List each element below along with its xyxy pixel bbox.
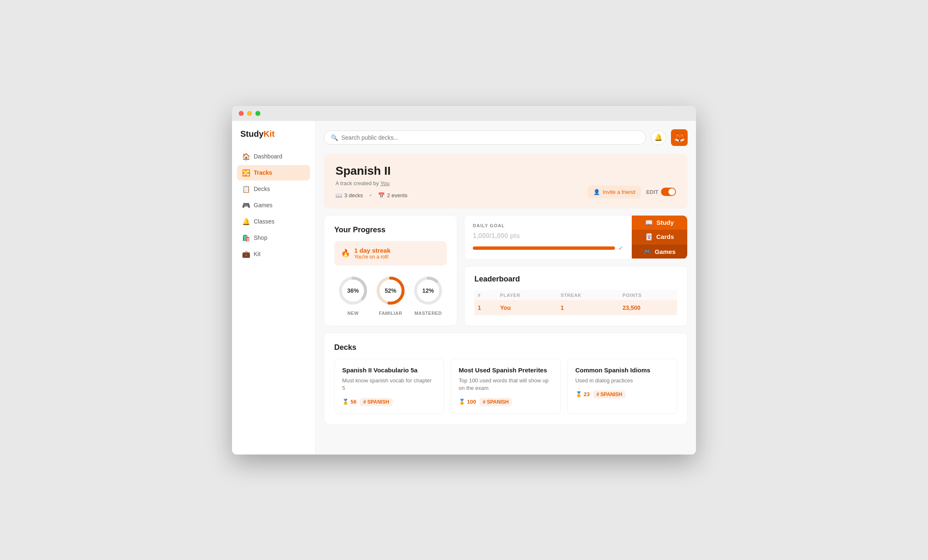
avatar[interactable]: 🦊 xyxy=(671,129,688,146)
circle-familiar-label: FAMILIAR xyxy=(379,311,402,316)
deck-card-2[interactable]: Most Used Spanish Preterites Top 100 use… xyxy=(451,359,560,414)
logo-kit: Kit xyxy=(264,129,275,138)
classes-icon: 🔔 xyxy=(242,218,250,226)
shop-icon: 🛍️ xyxy=(242,234,250,242)
edit-label: EDIT xyxy=(646,189,658,195)
circle-new-label: NEW xyxy=(347,311,358,316)
sidebar-item-label: Decks xyxy=(254,186,270,192)
content-grid: Your Progress 🔥 1 day streak You're on a… xyxy=(324,215,688,326)
cards-button[interactable]: 🃏 Cards xyxy=(632,230,687,244)
search-input-wrap: 🔍 xyxy=(324,131,646,145)
sidebar-item-classes[interactable]: 🔔 Classes xyxy=(237,214,310,229)
progress-bar xyxy=(473,246,615,250)
sidebar-item-decks[interactable]: 📋 Decks xyxy=(237,181,310,197)
titlebar xyxy=(232,106,696,121)
sidebar-item-games[interactable]: 🎮 Games xyxy=(237,198,310,213)
lb-rank: 1 xyxy=(474,300,497,315)
study-icon: 📖 xyxy=(645,219,653,226)
deck-meta-3: 🏅 23 # SPANISH xyxy=(575,390,669,399)
deck-title-1: Spanish II Vocabulario 5a xyxy=(342,367,436,374)
app-window: StudyKit 🏠 Dashboard 🔀 Tracks 📋 Decks 🎮 xyxy=(232,106,696,455)
decks-title: Decks xyxy=(334,343,677,352)
decks-grid: Spanish II Vocabulario 5a Must know span… xyxy=(334,359,677,414)
sidebar-item-label: Shop xyxy=(254,234,267,241)
search-actions: 🔔 🦊 xyxy=(651,129,688,146)
deck-count-icon: 🏅 xyxy=(342,399,349,405)
progress-circles: 36% NEW 52% FAMILIAR xyxy=(334,274,447,316)
sidebar-nav: 🏠 Dashboard 🔀 Tracks 📋 Decks 🎮 Games 🔔 xyxy=(237,149,310,263)
notification-button[interactable]: 🔔 xyxy=(651,130,666,145)
logo-study: Study xyxy=(240,129,264,138)
sidebar-item-tracks[interactable]: 🔀 Tracks xyxy=(237,165,310,181)
kit-icon: 💼 xyxy=(242,250,250,258)
deck-card-1[interactable]: Spanish II Vocabulario 5a Must know span… xyxy=(334,359,444,414)
track-info: Spanish II A track created by You 📖 3 de… xyxy=(335,164,408,198)
circle-familiar-svg: 52% xyxy=(374,274,407,307)
sidebar-item-kit[interactable]: 💼 Kit xyxy=(237,246,310,262)
maximize-button[interactable] xyxy=(255,111,260,116)
streak-text: 1 day streak You're on a roll! xyxy=(354,247,391,260)
circle-mastered-label: MASTERED xyxy=(414,311,442,316)
tracks-icon: 🔀 xyxy=(242,169,250,177)
decks-icon: 📋 xyxy=(242,185,250,193)
lb-points: 23,500 xyxy=(619,300,677,315)
lb-streak: 1 xyxy=(557,300,619,315)
table-row: 1 You 1 23,500 xyxy=(474,300,677,315)
deck-tag-3[interactable]: # SPANISH xyxy=(593,390,625,399)
streak-box: 🔥 1 day streak You're on a roll! xyxy=(334,241,447,266)
deck-count-1: 🏅 56 xyxy=(342,399,356,405)
track-title: Spanish II xyxy=(335,164,408,178)
circle-new: 36% NEW xyxy=(336,274,370,316)
deck-desc-2: Top 100 used words that will show up on … xyxy=(459,377,552,392)
sidebar-item-label: Kit xyxy=(254,251,260,257)
track-header: Spanish II A track created by You 📖 3 de… xyxy=(324,154,688,208)
sidebar-item-dashboard[interactable]: 🏠 Dashboard xyxy=(237,149,310,164)
leaderboard-table: # PLAYER STREAK POINTS 1 You xyxy=(474,290,677,315)
track-meta: 📖 3 decks • 📅 2 events xyxy=(335,192,408,198)
sidebar: StudyKit 🏠 Dashboard 🔀 Tracks 📋 Decks 🎮 xyxy=(232,121,315,455)
deck-count-icon: 🏅 xyxy=(575,391,582,397)
lb-col-points: POINTS xyxy=(619,290,677,300)
main-content: 🔍 🔔 🦊 Spanish II A track created by You xyxy=(315,121,696,455)
track-actions: 👤 Invite a friend EDIT xyxy=(588,186,676,198)
deck-tag-1[interactable]: # SPANISH xyxy=(360,398,392,406)
progress-check-icon: ✓ xyxy=(618,245,623,251)
deck-tag-2[interactable]: # SPANISH xyxy=(479,398,512,406)
invite-button[interactable]: 👤 Invite a friend xyxy=(588,186,641,198)
right-panel: DAILY GOAL 1,000/1,000 pts ✓ xyxy=(464,215,688,326)
edit-toggle[interactable] xyxy=(661,188,676,196)
search-input[interactable] xyxy=(341,134,639,141)
sidebar-item-shop[interactable]: 🛍️ Shop xyxy=(237,230,310,246)
sidebar-item-label: Dashboard xyxy=(254,153,282,160)
lb-player: You xyxy=(497,300,557,315)
sidebar-item-label: Tracks xyxy=(254,169,272,176)
streak-main: 1 day streak xyxy=(354,247,391,254)
leaderboard-card: Leaderboard # PLAYER STREAK POINTS xyxy=(464,266,688,326)
games-icon: 🎮 xyxy=(643,248,651,255)
sidebar-item-label: Games xyxy=(254,202,272,208)
edit-toggle-wrap: EDIT xyxy=(646,188,676,196)
svg-text:12%: 12% xyxy=(422,287,434,294)
search-bar: 🔍 🔔 🦊 xyxy=(324,129,688,146)
close-button[interactable] xyxy=(239,111,244,116)
lb-col-player: PLAYER xyxy=(497,290,557,300)
sidebar-item-label: Classes xyxy=(254,218,275,225)
track-decks-count: 📖 3 decks xyxy=(335,192,363,198)
study-button[interactable]: 📖 Study xyxy=(632,216,687,230)
daily-section: DAILY GOAL 1,000/1,000 pts ✓ xyxy=(464,215,688,259)
circle-familiar: 52% FAMILIAR xyxy=(374,274,407,316)
deck-meta-2: 🏅 100 # SPANISH xyxy=(459,398,552,406)
circle-new-svg: 36% xyxy=(336,274,370,307)
track-creator-link[interactable]: You xyxy=(380,180,389,186)
logo: StudyKit xyxy=(237,129,310,139)
search-icon: 🔍 xyxy=(331,134,338,141)
games-button[interactable]: 🎮 Games xyxy=(632,244,687,259)
minimize-button[interactable] xyxy=(247,111,252,116)
track-subtitle: A track created by You xyxy=(335,180,408,186)
deck-card-3[interactable]: Common Spanish Idioms Used in dialog pra… xyxy=(567,359,677,414)
games-icon: 🎮 xyxy=(242,201,250,209)
deck-title-2: Most Used Spanish Preterites xyxy=(459,367,552,374)
deck-count-3: 🏅 23 xyxy=(575,391,590,397)
invite-icon: 👤 xyxy=(593,189,600,195)
lb-col-rank: # xyxy=(474,290,497,300)
